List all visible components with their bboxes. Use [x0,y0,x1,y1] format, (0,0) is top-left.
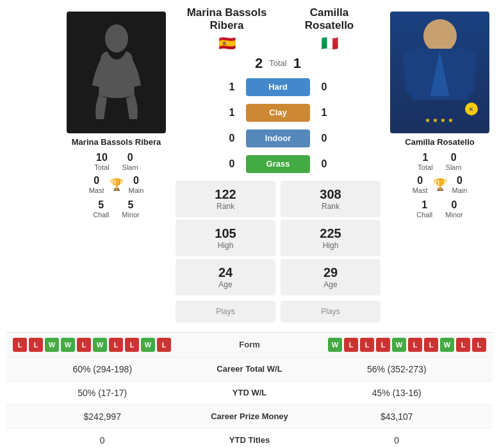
p2-career-wl: 56% (352-273) [307,364,487,374]
surface-badge-hard: Hard [246,78,310,96]
player1-slam-value: 0 [127,152,133,163]
player1-main-label: Main [129,187,144,194]
player2-chall-stat: 1 Chall [416,199,432,219]
p2-rank-label: Rank [322,202,339,211]
p1-form-badge: W [45,338,59,352]
titles-label: YTD Titles [192,435,307,445]
player2-slam-label: Slam [446,163,462,171]
stat-boxes-row: 122 Rank 105 High 24 Age Plays [176,181,380,322]
p1-high-label: High [218,241,234,250]
p1-form-badge: L [125,338,139,352]
p2-rank-value: 308 [320,187,341,202]
p2-titles: 0 [307,435,487,445]
player1-main-stat: 0 Main [129,175,144,194]
player2-minor-label: Minor [445,211,463,219]
player2-main-label: Main [452,187,468,194]
p1-form-badge: W [61,338,75,352]
player1-minor-value: 5 [128,199,134,211]
player1-chall-stat: 5 Chall [93,199,109,219]
titles-row: 0 YTD Titles 0 [6,429,493,448]
ytd-wl-row: 50% (17-17) YTD W/L 45% (13-16) [6,381,493,405]
p2-rank-box: 308 Rank [281,181,380,217]
p1-prize: $242,997 [13,411,192,422]
player2-main-stat: 0 Main [452,175,468,194]
p1-high-value: 105 [215,226,236,241]
player1-slam-stat: 0 Slam [122,152,138,171]
surface-rows: 1Hard01Clay10Indoor00Grass0 [188,78,368,173]
p2-flag: 🇮🇹 [278,35,380,52]
p1-plays-label: Plays [216,307,234,316]
p1-age-box: 24 Age [176,259,275,295]
ytd-wl-label: YTD W/L [192,388,307,397]
p2-form-badge: L [408,338,422,352]
total-row: 2 Total 1 [255,55,301,72]
p1-career-wl: 60% (294-198) [13,364,192,374]
p1-rank-value: 122 [215,187,236,202]
player2-stats-row1: 1 Total 0 Slam [418,152,461,171]
player2-mast-label: Mast [413,187,428,194]
surface-row-clay: 1Clay1 [188,104,368,122]
player1-mast-row: 0 Mast 🏆 0 Main [89,175,144,194]
p2-age-label: Age [323,280,337,289]
player1-total-label: Total [94,163,109,171]
player1-minor-label: Minor [122,211,140,219]
player2-slam-stat: 0 Slam [446,152,462,171]
prize-label: Career Prize Money [192,411,307,421]
p2-stat-boxes: 308 Rank 225 High 29 Age Plays [281,181,380,322]
p2-header-name: CamillaRosatello [278,6,380,33]
surface-badge-grass: Grass [246,155,310,173]
p1-indoor-score: 0 [225,133,238,144]
player2-stats-row3: 1 Chall 0 Minor [416,199,463,219]
p2-age-box: 29 Age [281,259,380,295]
p1-form-badge: L [157,338,171,352]
total-label: Total [269,58,286,68]
p2-form-badge: L [344,338,358,352]
p1-form-badge: L [13,338,27,352]
player1-name: Marina Bassols Ribera [72,137,161,147]
player1-chall-value: 5 [98,199,104,211]
p1-grass-score: 0 [225,158,238,170]
player1-minor-stat: 5 Minor [122,199,140,219]
player1-chall-label: Chall [93,211,109,219]
form-row: LLWWLWLLWL Form WLLLWLLWLL [6,333,493,358]
form-badges-right: WLLLWLLWLL [288,338,487,352]
player1-main-value: 0 [133,175,139,187]
p2-age-value: 29 [323,265,338,280]
surface-row-hard: 1Hard0 [188,78,368,96]
p2-form-badge: L [424,338,438,352]
player2-chall-value: 1 [421,199,427,211]
p2-indoor-score: 0 [318,133,331,144]
p1-form-badge: W [141,338,155,352]
p1-stat-boxes: 122 Rank 105 High 24 Age Plays [176,181,275,322]
player2-main-value: 0 [457,175,462,187]
p2-clay-score: 1 [318,107,331,119]
surface-badge-indoor: Indoor [246,129,310,147]
p1-age-value: 24 [218,265,233,280]
player1-stats-row3: 5 Chall 5 Minor [93,199,140,219]
p2-plays-box: Plays [281,301,380,322]
p2-form-badge: W [392,338,406,352]
p1-header-name: Marina BassolsRibera [176,6,278,33]
player1-photo [67,12,166,133]
p1-rank-label: Rank [217,202,234,211]
stars: ★★★★ [390,117,489,124]
player2-mast-value: 0 [417,175,423,187]
player1-stats-row1: 10 Total 0 Slam [94,152,138,171]
player1-silhouette [91,24,142,120]
main-container: Marina Bassols Ribera 10 Total 0 Slam 0 … [0,0,499,448]
player1-total-stat: 10 Total [94,152,109,171]
p2-grass-score: 0 [318,158,331,170]
p2-form-badge: L [456,338,470,352]
career-wl-row: 60% (294-198) Career Total W/L 56% (352-… [6,358,493,381]
player1-mast-value: 0 [94,175,99,187]
bottom-section: LLWWLWLLWL Form WLLLWLLWLL 60% (294-198)… [6,332,493,448]
p2-form-badge: L [472,338,486,352]
p1-titles: 0 [13,435,192,445]
player2-chall-label: Chall [416,211,432,219]
p2-form-badge: W [328,338,342,352]
p1-clay-score: 1 [225,107,238,119]
p1-total-score: 2 [255,55,263,72]
logo-badge: K [465,103,478,115]
form-badges-left: LLWWLWLLWL [13,338,211,352]
p2-high-label: High [323,241,339,250]
